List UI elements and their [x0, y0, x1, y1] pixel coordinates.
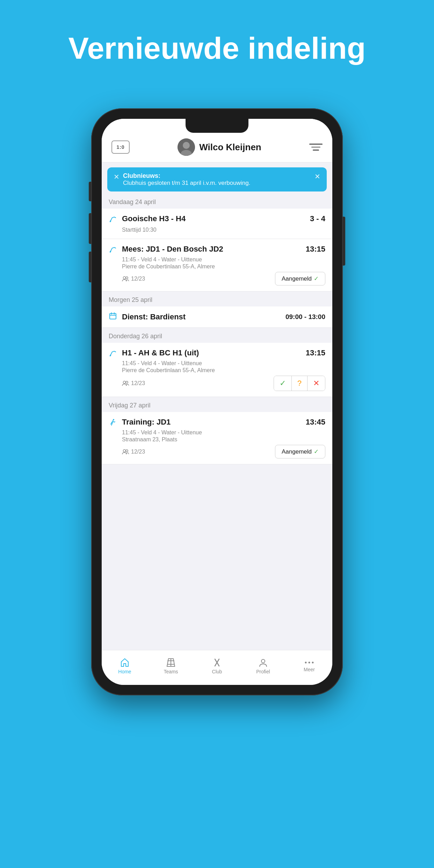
event-card: Gooische H3 - H4 3 - 4 Starttijd 10:30: [102, 209, 332, 239]
maybe-button[interactable]: ?: [292, 376, 308, 391]
date-header-friday: Vrijdag 27 april: [102, 397, 332, 412]
bottom-nav: Home Teams: [102, 650, 332, 685]
event-time: 3 - 4: [310, 214, 325, 223]
event-title: Dienst: Bardienst: [122, 312, 186, 321]
event-title: Gooische H3 - H4: [122, 214, 186, 223]
svg-point-4: [110, 251, 111, 252]
yes-button[interactable]: ✓: [274, 376, 292, 391]
header-username: Wilco Kleijnen: [199, 142, 261, 153]
event-details: 11:45 - Veld 4 - Water - Uittenue Straat…: [122, 429, 325, 458]
news-close-left-icon[interactable]: ✕: [114, 173, 120, 181]
event-details: 11:45 - Veld 4 - Water - Uittenue Pierre…: [122, 256, 325, 285]
club-icon: [212, 658, 222, 667]
event-title: Training: JD1: [122, 418, 171, 427]
filter-icon[interactable]: [309, 140, 323, 154]
event-time: 13:15: [306, 348, 325, 357]
svg-point-1: [183, 142, 190, 149]
event-card: H1 - AH & BC H1 (uit) 13:15 11:45 - Veld…: [102, 343, 332, 397]
event-card: Mees: JD1 - Den Bosch JD2 13:15 11:45 - …: [102, 239, 332, 291]
meer-icon: [304, 660, 314, 665]
match-icon: [109, 215, 117, 225]
training-icon: [109, 418, 117, 428]
event-title: Mees: JD1 - Den Bosch JD2: [122, 245, 223, 254]
score-icon[interactable]: 1:0: [111, 140, 130, 154]
phone-side-button-vol-down: [89, 252, 91, 282]
app-scroll: Vandaag 24 april: [102, 194, 332, 650]
svg-point-16: [126, 450, 128, 452]
date-header-today: Vandaag 24 april: [102, 194, 332, 209]
event-detail-1: 11:45 - Veld 4 - Water - Uittenue: [122, 256, 325, 263]
phone-device: 1:0 Wilco Kleijnen: [91, 108, 343, 695]
news-title: Clubnieuws:: [123, 172, 160, 179]
news-banner: ✕ Clubnieuws: Clubhuis gesloten t/m 31 a…: [107, 167, 327, 191]
phone-notch: [186, 119, 248, 133]
event-time: 09:00 - 13:00: [285, 313, 325, 321]
svg-point-6: [126, 277, 128, 279]
teams-icon: [166, 658, 176, 667]
date-header-thursday: Donderdag 26 april: [102, 328, 332, 343]
nav-label-home: Home: [118, 669, 131, 674]
dienst-icon: [109, 312, 117, 322]
no-button[interactable]: ✕: [308, 376, 325, 391]
event-details: 11:45 - Veld 4 - Water - Uittenue Pierre…: [122, 360, 325, 391]
nav-label-meer: Meer: [304, 667, 315, 672]
phone-side-button-vol-up: [89, 213, 91, 244]
nav-item-club[interactable]: Club: [194, 650, 240, 681]
event-time: 13:45: [306, 418, 325, 427]
aangemeld-button[interactable]: Aangemeld ✓: [275, 272, 325, 285]
match-icon: [109, 245, 117, 255]
nav-item-teams[interactable]: Teams: [148, 650, 194, 681]
svg-point-19: [261, 659, 265, 663]
news-body: Clubhuis gesloten t/m 31 april i.v.m. ve…: [123, 180, 250, 186]
svg-point-15: [123, 449, 126, 452]
event-detail-2: Pierre de Coubertinlaan 55-A, Almere: [122, 263, 325, 270]
nav-item-profiel[interactable]: Profiel: [240, 650, 286, 681]
news-text: Clubnieuws: Clubhuis gesloten t/m 31 apr…: [123, 172, 311, 187]
svg-rect-7: [110, 313, 116, 319]
event-detail-1: 11:45 - Veld 4 - Water - Uittenue: [122, 429, 325, 436]
event-detail-1: Starttijd 10:30: [122, 227, 325, 233]
match-icon: [109, 349, 117, 359]
svg-point-14: [113, 419, 114, 420]
nav-item-home[interactable]: Home: [102, 650, 148, 681]
nav-label-club: Club: [212, 669, 222, 674]
svg-point-3: [110, 220, 111, 222]
svg-point-12: [123, 381, 126, 384]
phone-side-button-power: [343, 217, 345, 266]
event-detail-1: 11:45 - Veld 4 - Water - Uittenue: [122, 360, 325, 367]
news-close-right-icon[interactable]: ✕: [314, 172, 320, 181]
event-detail-2: Pierre de Coubertinlaan 55-A, Almere: [122, 367, 325, 374]
app-container: 1:0 Wilco Kleijnen: [102, 119, 332, 685]
svg-point-13: [126, 381, 128, 383]
nav-label-teams: Teams: [164, 669, 178, 674]
event-participants: 12/23: [122, 380, 145, 386]
phone-screen: 1:0 Wilco Kleijnen: [102, 119, 332, 685]
nav-label-profiel: Profiel: [256, 669, 270, 674]
phone-side-button-silent: [89, 182, 91, 201]
aangemeld-button-2[interactable]: Aangemeld ✓: [275, 445, 325, 458]
header-user: Wilco Kleijnen: [178, 138, 261, 156]
svg-point-11: [110, 355, 111, 356]
event-detail-2: Straatnaam 23, Plaats: [122, 436, 325, 443]
event-card-dienst: Dienst: Bardienst 09:00 - 13:00: [102, 306, 332, 328]
svg-point-20: [305, 661, 307, 663]
event-card: Training: JD1 13:45 11:45 - Veld 4 - Wat…: [102, 412, 332, 464]
svg-point-22: [312, 661, 314, 663]
event-title: H1 - AH & BC H1 (uit): [122, 348, 199, 357]
event-participants: 12/23: [122, 449, 145, 455]
avatar[interactable]: [178, 138, 195, 156]
event-details: Starttijd 10:30: [122, 227, 325, 233]
page-headline: Vernieuwde indeling: [0, 0, 434, 65]
event-participants: 12/23: [122, 276, 145, 282]
svg-point-5: [123, 276, 126, 279]
svg-point-21: [309, 661, 310, 663]
event-time: 13:15: [306, 245, 325, 254]
action-buttons: ✓ ? ✕: [274, 376, 325, 391]
profiel-icon: [258, 658, 268, 667]
home-icon: [120, 658, 130, 667]
nav-item-meer[interactable]: Meer: [286, 650, 332, 681]
date-header-tomorrow: Morgen 25 april: [102, 291, 332, 306]
